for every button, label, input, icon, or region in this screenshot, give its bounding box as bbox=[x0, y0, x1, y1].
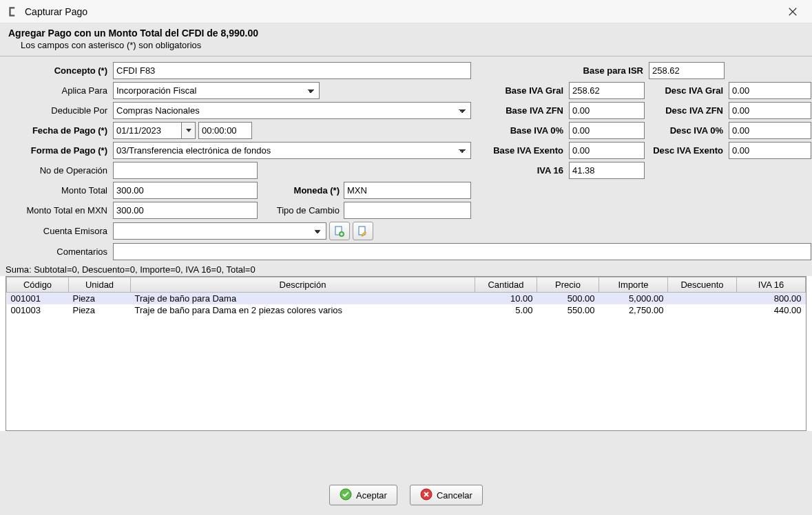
cancel-icon bbox=[420, 488, 433, 503]
th-importe[interactable]: Importe bbox=[599, 277, 668, 293]
th-iva16[interactable]: IVA 16 bbox=[737, 277, 806, 293]
label-monto-total-mxn: Monto Total en MXN bbox=[6, 205, 109, 216]
input-base-iva-zfn[interactable] bbox=[569, 102, 645, 119]
table-row[interactable]: 001001PiezaTraje de baño para Dama10.005… bbox=[7, 293, 806, 305]
input-no-operacion[interactable] bbox=[113, 162, 258, 179]
accept-label: Aceptar bbox=[356, 490, 387, 501]
label-monto-total: Monto Total bbox=[6, 185, 109, 196]
label-base-iva-zfn: Base IVA ZFN bbox=[475, 105, 565, 116]
label-desc-iva-0: Desc IVA 0% bbox=[649, 125, 725, 136]
edit-doc-button[interactable] bbox=[353, 222, 373, 240]
input-concepto[interactable] bbox=[113, 62, 471, 79]
input-desc-iva-gral[interactable] bbox=[729, 82, 811, 99]
cancel-label: Cancelar bbox=[437, 490, 472, 501]
label-no-operacion: No de Operación bbox=[6, 165, 109, 176]
close-button[interactable] bbox=[780, 2, 805, 21]
header-title: Agregar Pago con un Monto Total del CFDI… bbox=[8, 28, 804, 39]
th-cantidad[interactable]: Cantidad bbox=[475, 277, 537, 293]
label-base-iva-gral: Base IVA Gral bbox=[475, 85, 565, 96]
label-tipo-cambio: Tipo de Cambio bbox=[260, 205, 341, 216]
window-title: Capturar Pago bbox=[25, 6, 87, 17]
th-precio[interactable]: Precio bbox=[537, 277, 599, 293]
date-dropdown-button[interactable] bbox=[182, 122, 196, 139]
header-subtitle: Los campos con asterisco (*) son obligat… bbox=[8, 40, 804, 50]
new-doc-button[interactable] bbox=[329, 222, 350, 240]
select-deducible-por[interactable]: Compras Nacionales bbox=[113, 102, 471, 119]
input-desc-iva-0[interactable] bbox=[729, 122, 811, 139]
input-desc-iva-zfn[interactable] bbox=[729, 102, 811, 119]
items-table: Código Unidad Descripción Cantidad Preci… bbox=[6, 277, 806, 316]
summary-line: Suma: Subtotal=0, Descuento=0, Importe=0… bbox=[0, 263, 812, 276]
input-monto-total[interactable] bbox=[113, 182, 258, 199]
input-base-iva-gral[interactable] bbox=[569, 82, 645, 99]
header-band: Agregar Pago con un Monto Total del CFDI… bbox=[0, 23, 812, 56]
table-row[interactable]: 001003PiezaTraje de baño para Dama en 2 … bbox=[7, 304, 806, 316]
label-forma-pago: Forma de Pago (*) bbox=[6, 145, 109, 156]
input-iva-16[interactable] bbox=[569, 162, 645, 179]
check-icon bbox=[340, 488, 352, 503]
app-icon bbox=[7, 6, 19, 18]
form-area: Concepto (*) Base para ISR Aplica Para I… bbox=[0, 56, 812, 263]
cancel-button[interactable]: Cancelar bbox=[410, 485, 483, 505]
th-descuento[interactable]: Descuento bbox=[668, 277, 737, 293]
label-concepto: Concepto (*) bbox=[6, 65, 109, 76]
th-codigo[interactable]: Código bbox=[7, 277, 69, 293]
label-fecha-pago: Fecha de Pago (*) bbox=[6, 125, 109, 136]
select-cuenta-emisora[interactable] bbox=[113, 222, 326, 240]
label-desc-iva-exento: Desc IVA Exento bbox=[649, 145, 725, 156]
input-monto-total-mxn[interactable] bbox=[113, 202, 258, 219]
input-base-iva-0[interactable] bbox=[569, 122, 645, 139]
input-moneda[interactable] bbox=[344, 182, 471, 199]
input-comentarios[interactable] bbox=[113, 243, 811, 260]
titlebar: Capturar Pago bbox=[0, 0, 812, 23]
label-moneda: Moneda (*) bbox=[260, 185, 341, 196]
label-base-isr: Base para ISR bbox=[569, 65, 645, 76]
label-desc-iva-zfn: Desc IVA ZFN bbox=[649, 105, 725, 116]
label-iva-16: IVA 16 bbox=[475, 165, 565, 176]
label-base-iva-0: Base IVA 0% bbox=[475, 125, 565, 136]
button-bar: Aceptar Cancelar bbox=[0, 476, 812, 515]
th-descripcion[interactable]: Descripción bbox=[131, 277, 475, 293]
select-forma-pago[interactable]: 03/Transferencia electrónica de fondos bbox=[113, 142, 471, 159]
input-base-isr[interactable] bbox=[649, 62, 725, 79]
label-cuenta-emisora: Cuenta Emisora bbox=[6, 226, 109, 236]
input-tipo-cambio[interactable] bbox=[344, 202, 471, 219]
items-table-wrap: Código Unidad Descripción Cantidad Preci… bbox=[6, 276, 806, 431]
input-base-iva-exento[interactable] bbox=[569, 142, 645, 159]
th-unidad[interactable]: Unidad bbox=[69, 277, 131, 293]
label-comentarios: Comentarios bbox=[6, 246, 109, 257]
accept-button[interactable]: Aceptar bbox=[329, 485, 397, 505]
input-desc-iva-exento[interactable] bbox=[729, 142, 811, 159]
label-base-iva-exento: Base IVA Exento bbox=[475, 145, 565, 156]
input-hora-pago[interactable] bbox=[198, 122, 252, 139]
label-aplica-para: Aplica Para bbox=[6, 85, 109, 96]
input-fecha-pago[interactable] bbox=[113, 122, 182, 139]
select-aplica-para[interactable]: Incorporación Fiscal bbox=[113, 82, 320, 99]
label-desc-iva-gral: Desc IVA Gral bbox=[649, 85, 725, 96]
label-deducible-por: Deducible Por bbox=[6, 105, 109, 116]
